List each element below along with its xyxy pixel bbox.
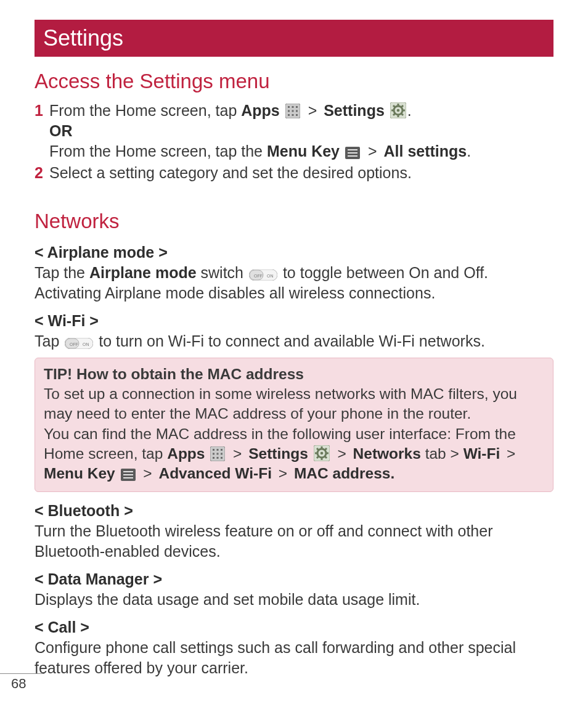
step-number: 1 [35,101,49,121]
settings-label: Settings [324,102,385,119]
subsection-wifi: < Wi-Fi > [35,311,553,331]
airplane-text: Tap the Airplane mode switch to toggle b… [35,263,553,303]
text: tab > [421,445,463,462]
wifi-text: Tap to turn on Wi-Fi to connect and avai… [35,331,553,351]
settings-label: Settings [248,445,308,462]
switch-icon [65,338,93,349]
step-1: 1 From the Home screen, tap Apps > Setti… [35,101,553,162]
subsection-airplane: < Airplane mode > [35,242,553,263]
airplane-mode-label: Airplane mode [89,264,197,281]
separator: > [229,445,246,462]
separator: > [274,465,292,482]
subsection-call: < Call > [35,617,553,638]
menu-icon [345,147,360,159]
step-2: 2 Select a setting category and set the … [35,163,553,183]
or-label: OR [49,122,73,139]
tip-line: To set up a connection in some wireless … [44,384,544,424]
gear-icon [390,102,406,118]
text: Tap [35,332,63,350]
step-body: From the Home screen, tap Apps > Setting… [49,101,553,162]
separator: > [304,102,322,119]
page-header-title: Settings [43,25,123,51]
text: . [467,142,471,160]
wifi-label: Wi-Fi [463,445,500,462]
separator: > [502,445,515,462]
call-text: Configure phone call settings such as ca… [35,638,553,678]
mac-address-label: MAC address. [294,465,394,482]
step-number: 2 [35,163,49,183]
menu-key-label: Menu Key [44,465,115,482]
data-manager-text: Displays the data usage and set mobile d… [35,589,553,610]
separator: > [364,142,382,160]
subsection-bluetooth: < Bluetooth > [35,501,553,521]
all-settings-label: All settings [383,142,467,160]
apps-label: Apps [241,102,280,119]
separator: > [333,445,351,462]
step-body: Select a setting category and set the de… [49,163,553,183]
advanced-wifi-label: Advanced Wi-Fi [158,465,272,482]
page-number: 68 [11,675,26,692]
text: to turn on Wi-Fi to connect and availabl… [94,332,485,350]
text: From the Home screen, tap [49,102,241,119]
apps-icon [285,104,300,118]
tip-title: TIP! How to obtain the MAC address [44,364,544,384]
text: Tap the [35,264,89,281]
bluetooth-text: Turn the Bluetooth wireless feature on o… [35,521,553,562]
section-heading-access: Access the Settings menu [35,68,553,95]
page-header-bar: Settings [35,20,553,57]
subsection-data-manager: < Data Manager > [35,569,553,589]
separator: > [139,465,157,482]
text: From the Home screen, tap the [49,142,267,160]
menu-key-label: Menu Key [267,142,340,160]
tip-box: TIP! How to obtain the MAC address To se… [35,358,553,492]
gear-icon [314,445,330,461]
tip-line: You can find the MAC address in the foll… [44,424,544,484]
apps-icon [210,446,225,461]
menu-icon [121,469,136,481]
section-heading-networks: Networks [35,208,553,235]
switch-icon [249,269,277,281]
networks-label: Networks [353,445,421,462]
page-rule [0,673,44,674]
text: . [407,102,412,119]
text: switch [197,264,248,281]
apps-label: Apps [167,445,205,462]
steps-list: 1 From the Home screen, tap Apps > Setti… [35,101,553,183]
